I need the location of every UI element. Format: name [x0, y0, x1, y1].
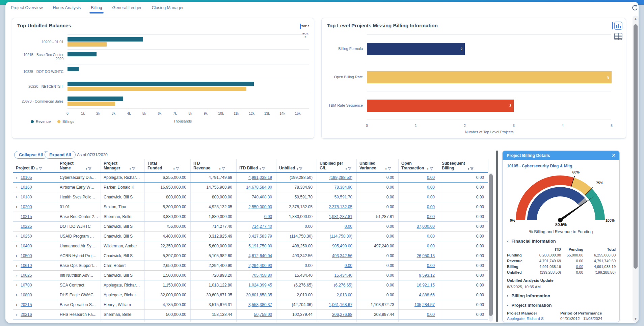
expand-chevron-icon[interactable]: › — [16, 293, 20, 297]
project-id-link[interactable]: 20216 — [21, 312, 32, 317]
table-row-10700[interactable]: ›10700SCA ContractApplegate, Richar…1,15… — [13, 280, 488, 290]
top-5-toggle[interactable]: TOP 5 — [300, 24, 310, 29]
project-manager-link[interactable]: Applegate, Richard S — [507, 317, 560, 321]
expand-chevron-icon[interactable]: › — [16, 253, 20, 258]
expand-chevron-icon[interactable]: › — [16, 244, 20, 248]
billed-link[interactable]: 740,408.30 — [252, 195, 272, 199]
sort-icon[interactable]: ▲▼ — [345, 167, 347, 170]
project-information-section[interactable]: › Project Information — [507, 303, 615, 308]
project-id-link[interactable]: 20215 — [21, 302, 32, 307]
expand-chevron-icon[interactable]: › — [16, 195, 20, 199]
sort-icon[interactable]: ▲▼ — [427, 167, 429, 170]
open_tx-link[interactable]: 0.00 — [427, 195, 435, 199]
tab-general-ledger[interactable]: General Ledger — [112, 4, 142, 13]
project-id-link[interactable]: 10200 — [21, 205, 32, 209]
table-row-10500[interactable]: ›10500ACRN Hybrid Proj…Chadwick, Bill S5… — [13, 251, 488, 261]
table-scrollbar-thumb[interactable] — [489, 174, 493, 316]
sort-icon[interactable]: ▲▼ — [85, 167, 87, 170]
project-id-link[interactable]: 10500 — [21, 253, 32, 258]
project-id-link[interactable]: 10215 — [21, 214, 32, 219]
expand-chevron-icon[interactable]: › — [16, 283, 20, 288]
filter-icon[interactable] — [388, 167, 391, 170]
page-scrollbar[interactable]: ▲ ▼ — [633, 16, 639, 322]
table-row-10610[interactable]: ›10610Base Ops Support…Carr, Robert2,650… — [13, 261, 488, 271]
bar-open-billing-rate[interactable]: 5 — [367, 71, 612, 83]
close-icon[interactable]: ✕ — [612, 153, 616, 158]
fin-pending-link[interactable]: 0.00 — [576, 265, 583, 269]
table-row-10160[interactable]: ›10160Airborne Early W…Parker, Donald K1… — [13, 183, 488, 192]
expand-chevron-icon[interactable]: › — [16, 263, 20, 268]
table-row-10225[interactable]: 10225DOT DO WJHTCChadwick, Bill S756,000… — [13, 222, 488, 232]
filter-icon[interactable] — [39, 167, 42, 170]
billed-link[interactable]: 3,558,380.37 — [248, 302, 272, 307]
billed-link[interactable]: 1,024,399.45 — [248, 283, 272, 288]
expand-chevron-icon[interactable]: › — [16, 312, 20, 317]
project-id-link[interactable]: 10700 — [21, 283, 32, 288]
collapse-all-button[interactable]: Collapse All — [14, 151, 48, 159]
sort-icon[interactable]: ▲▼ — [36, 167, 38, 170]
page-scrollbar-thumb[interactable] — [634, 24, 638, 269]
billed-link[interactable]: 3,427,583.79 — [248, 234, 272, 239]
expand-all-button[interactable]: Expand All — [45, 151, 76, 159]
expand-chevron-icon[interactable]: › — [16, 273, 20, 278]
expand-chevron-icon[interactable]: › — [16, 302, 20, 307]
expand-chevron-icon[interactable]: › — [16, 185, 20, 190]
bar-billing-formula[interactable]: 2 — [367, 43, 465, 55]
filter-icon[interactable] — [430, 167, 433, 170]
unbilled_gl-link[interactable]: 1,931,287.81 — [329, 214, 352, 219]
table-row-partial[interactable] — [13, 320, 488, 322]
billed-link[interactable]: 714,277.40 — [252, 224, 272, 229]
unbilled_gl-link[interactable]: 0.00 — [345, 263, 352, 268]
open_tx-link[interactable]: 16,921.15 — [417, 283, 435, 288]
panel-splitter[interactable] — [496, 151, 498, 322]
expand-chevron-icon[interactable]: › — [16, 175, 20, 180]
unbilled_gl-link[interactable]: (114,758.30) — [330, 234, 352, 239]
billed-link[interactable]: 4,991,038.19 — [248, 175, 272, 180]
bar-revenue[interactable] — [68, 52, 97, 56]
tab-billing[interactable]: Billing — [91, 4, 102, 13]
sort-icon[interactable]: ▲▼ — [219, 167, 221, 170]
filter-icon[interactable] — [262, 167, 265, 170]
sort-icon[interactable]: ▲▼ — [173, 167, 175, 170]
filter-icon[interactable] — [348, 167, 351, 170]
billed-link[interactable]: 705,458.80 — [252, 273, 272, 278]
open_tx-link[interactable]: 0.00 — [427, 244, 435, 248]
table-row-20216[interactable]: ›20216HHS Research Fa…Sherman, Belle500,… — [13, 310, 488, 320]
scroll-down-arrow[interactable]: ▼ — [633, 317, 639, 321]
tab-hours-analysis[interactable]: Hours Analysis — [53, 4, 81, 13]
filter-icon[interactable] — [299, 167, 302, 170]
open_tx-link[interactable]: 105,284.57 — [414, 302, 435, 307]
table-row-10215[interactable]: 10215Base Rec Center 2…Sherman, Belle3,8… — [13, 212, 488, 222]
table-row-10400[interactable]: ›10400Unmanned Air Sy…Wilderman, Amber22… — [13, 241, 488, 251]
tab-project-overview[interactable]: Project Overview — [11, 4, 43, 13]
unbilled_gl-link[interactable]: 306,276.88 — [332, 312, 352, 317]
unbilled_gl-link[interactable]: 2,013.00 — [337, 293, 352, 297]
bar-revenue[interactable] — [68, 67, 79, 71]
table-row-10250[interactable]: ›10250USAID Program …Chadwick, Bill S4,4… — [13, 232, 488, 241]
table-row-10200[interactable]: ›1020001.01Sexton, Tina5,300,000.004,928… — [13, 202, 488, 212]
refresh-icon[interactable] — [631, 4, 639, 11]
table-row-10105[interactable]: ›10105Cybersecurity Dia…Applegate, Richa… — [13, 173, 488, 183]
billed-link[interactable]: 2,550,000.00 — [248, 205, 272, 209]
table-row-10800[interactable]: ›10800DHS Eagle GWACApplegate, Richar…32… — [13, 290, 488, 300]
unbilled_gl-link[interactable]: (6,276.65) — [334, 283, 352, 288]
tab-closing-manager[interactable]: Closing Manager — [152, 4, 184, 13]
filter-icon[interactable] — [470, 167, 474, 170]
filter-icon[interactable] — [88, 167, 91, 170]
billed-link[interactable]: 4,612,640.04 — [248, 253, 272, 258]
billing-information-section[interactable]: › Billing Information — [507, 293, 615, 298]
open_tx-link[interactable]: 0.00 — [427, 263, 435, 268]
project-id-link[interactable]: 10160 — [21, 185, 32, 190]
project-id-link[interactable]: 10625 — [21, 273, 32, 278]
financial-information-section[interactable]: › Financial Information — [507, 239, 615, 244]
bar-revenue[interactable] — [68, 37, 143, 42]
project-id-link[interactable]: 10800 — [21, 293, 32, 297]
open_tx-link[interactable]: 0.00 — [427, 185, 435, 190]
bar-revenue[interactable] — [68, 97, 123, 101]
project-id-link[interactable]: 10225 — [21, 224, 32, 229]
unbilled_gl-link[interactable]: 0.00 — [345, 224, 352, 229]
expand-chevron-icon[interactable]: › — [16, 205, 20, 209]
bar-t-m-rate-sequence[interactable]: 3 — [367, 100, 514, 112]
project-id-link[interactable]: 10400 — [21, 244, 32, 248]
filter-icon[interactable] — [222, 167, 225, 170]
